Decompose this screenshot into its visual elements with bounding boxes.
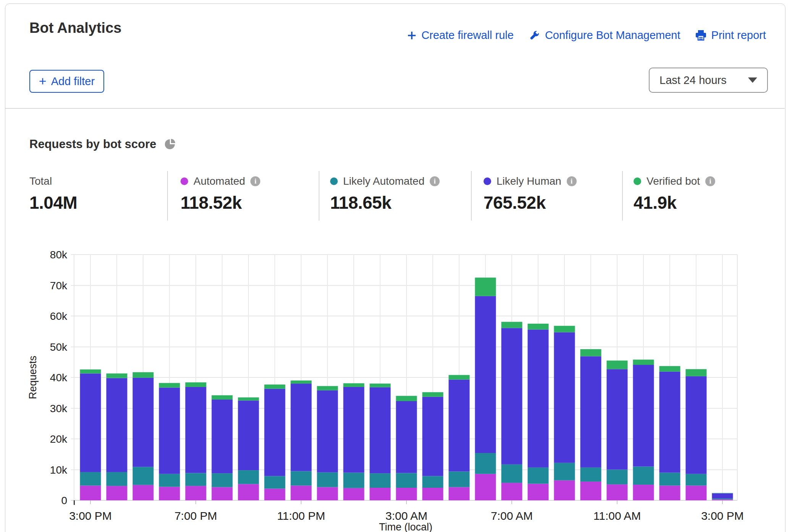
add-filter-button[interactable]: + Add filter	[29, 70, 104, 93]
configure-bot-management-label: Configure Bot Management	[545, 29, 680, 42]
configure-bot-management-link[interactable]: Configure Bot Management	[528, 29, 680, 42]
wrench-icon	[528, 29, 540, 42]
time-range-select[interactable]: Last 24 hours	[649, 68, 768, 93]
add-filter-label: Add filter	[51, 75, 95, 88]
page-title: Bot Analytics	[29, 20, 121, 36]
create-firewall-rule-label: Create firewall rule	[421, 29, 514, 42]
section-title: Requests by bot score	[29, 137, 156, 151]
stat-automated: Automated i 118.52k	[181, 175, 260, 213]
create-firewall-rule-link[interactable]: Create firewall rule	[407, 29, 514, 42]
info-icon[interactable]: i	[705, 176, 715, 186]
stat-total-value: 1.04M	[29, 192, 77, 213]
stat-divider	[319, 171, 319, 221]
stat-verified-bot-label: Verified bot	[647, 175, 700, 187]
pie-chart-icon	[164, 138, 176, 150]
stat-likely-human: Likely Human i 765.52k	[484, 175, 577, 213]
stat-verified-bot-value: 41.9k	[634, 192, 715, 213]
stat-divider	[471, 171, 472, 221]
plus-icon: +	[39, 74, 47, 87]
header-divider	[5, 108, 785, 109]
plus-icon	[407, 31, 417, 40]
automated-dot	[181, 177, 188, 185]
print-report-label: Print report	[711, 29, 766, 42]
stat-divider	[622, 171, 623, 221]
stat-verified-bot: Verified bot i 41.9k	[634, 175, 715, 213]
stat-likely-human-label: Likely Human	[497, 175, 561, 187]
stat-automated-label: Automated	[193, 175, 245, 187]
printer-icon	[695, 29, 707, 41]
time-range-value: Last 24 hours	[659, 74, 727, 87]
stat-total-label: Total	[29, 175, 52, 187]
info-icon[interactable]: i	[430, 176, 440, 186]
stat-likely-human-value: 765.52k	[484, 192, 577, 213]
stat-likely-automated: Likely Automated i 118.65k	[330, 175, 440, 213]
stat-automated-value: 118.52k	[181, 192, 260, 213]
stat-divider	[167, 171, 168, 221]
stats-row: Total 1.04M Automated i 118.52k Likely A…	[0, 175, 790, 224]
likely-automated-dot	[330, 177, 338, 185]
stat-total: Total 1.04M	[29, 175, 77, 213]
stat-likely-automated-label: Likely Automated	[343, 175, 424, 187]
section-title-row: Requests by bot score	[29, 137, 176, 151]
bot-analytics-page: Bot Analytics Create firewall rule	[0, 0, 790, 532]
print-report-link[interactable]: Print report	[695, 29, 766, 42]
info-icon[interactable]: i	[567, 176, 577, 186]
header-actions: Create firewall rule Configure Bot Manag…	[407, 29, 766, 42]
stat-likely-automated-value: 118.65k	[330, 192, 440, 213]
verified-bot-dot	[634, 177, 641, 185]
chevron-down-icon	[748, 77, 757, 83]
info-icon[interactable]: i	[250, 176, 260, 186]
likely-human-dot	[484, 177, 491, 185]
